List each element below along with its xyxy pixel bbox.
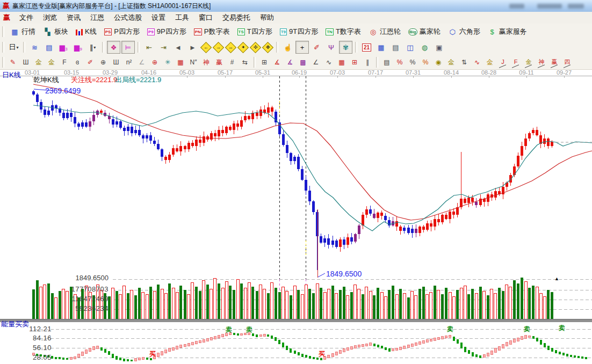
red-wave-button[interactable]: ∿ (471, 56, 483, 68)
expand-all-button[interactable]: ✣ (250, 42, 261, 53)
shift-right-button[interactable]: → (213, 42, 223, 53)
9t-square-button[interactable]: T99T四方形 (276, 25, 322, 38)
crosshair-tool-button[interactable]: + (295, 41, 309, 54)
gold-strike-button[interactable]: 金 (484, 56, 496, 68)
gann-wheel-button[interactable]: ◎江恩轮 (365, 25, 405, 38)
last-page-button[interactable]: ⇥ (157, 41, 170, 54)
n-square-button[interactable]: n² (123, 56, 135, 68)
9p-square-button[interactable]: P99P四方形 (143, 25, 190, 38)
volume-profile-button[interactable]: ⊨ (121, 41, 135, 54)
buy-signal-label: 买 (149, 350, 156, 359)
gann-tool-button[interactable]: Ψ (324, 41, 338, 54)
menu-资讯[interactable]: 资讯 (62, 12, 85, 24)
bars-9-button[interactable]: ▆₉ (71, 41, 85, 54)
purple-grid-button[interactable]: ▩ (297, 56, 309, 68)
draw-pencil-button[interactable]: ✎ (7, 56, 19, 68)
teal-star-grid-button[interactable]: ✳ (162, 56, 174, 68)
gann-circle-button[interactable]: ⊕ (97, 56, 109, 68)
sectors-button[interactable]: ▚板块 (39, 25, 72, 38)
updown-pencil-button[interactable]: ⇅ (458, 56, 470, 68)
menu-工具[interactable]: 工具 (170, 12, 194, 24)
report-button[interactable]: ▤ (389, 41, 402, 54)
win-angle-button[interactable]: 赢 (548, 56, 560, 68)
percent-line-button[interactable]: % (420, 56, 431, 68)
next-page-button[interactable]: ► (186, 41, 199, 54)
gold-angle-button[interactable]: 金 (523, 56, 535, 68)
p-number-table-button[interactable]: PNP数字表 (190, 25, 234, 38)
red-grid-2-button[interactable]: ▦ (336, 56, 348, 68)
hexagon-button[interactable]: ⬡六角形 (444, 25, 484, 38)
f-comb-button[interactable]: F (59, 56, 70, 68)
menu-帮助[interactable]: 帮助 (255, 12, 279, 24)
gold-circle-button[interactable]: ◉ (432, 56, 444, 68)
toolbar-separator (376, 57, 378, 68)
parallel-lines-button[interactable]: ∥ (362, 56, 373, 68)
pencil-ruler-button[interactable]: ✐ (84, 56, 96, 68)
percent-red-button[interactable]: % (394, 56, 406, 68)
hand-tool-button[interactable]: ☝ (281, 41, 294, 54)
prev-page-button[interactable]: ◄ (171, 41, 185, 54)
calendar-button[interactable]: 21 (360, 41, 373, 54)
winner-wheel-button[interactable]: Big赢家轮 (405, 25, 444, 38)
menu-公式选股[interactable]: 公式选股 (109, 12, 147, 24)
gold-comb-2-button[interactable]: 金 (46, 56, 57, 68)
t-number-table-button[interactable]: TNT数字表 (322, 25, 365, 38)
winner-service-button[interactable]: $赢家服务 (484, 25, 531, 38)
purple-fan-button[interactable]: ∡ (284, 56, 296, 68)
menu-logo-icon: 赢 (3, 13, 10, 23)
menu-交易委托[interactable]: 交易委托 (218, 12, 255, 24)
web-button[interactable]: ◍ (418, 41, 431, 54)
gold-comb-1-button[interactable]: 金 (33, 56, 45, 68)
candle-style-button[interactable]: ∥▾ (86, 41, 99, 54)
f-angle-button[interactable]: F (510, 56, 522, 68)
time-comb-button[interactable]: Ш (110, 56, 122, 68)
win-box-button[interactable]: 赢 (213, 56, 225, 68)
zigzag-button[interactable]: ∿ (323, 56, 335, 68)
shen-angle-button[interactable]: 神 (536, 56, 547, 68)
shift-left-button[interactable]: ← (201, 42, 211, 53)
quotes-button[interactable]: ▦行情 (6, 25, 39, 38)
comb-button[interactable]: Ш (20, 56, 32, 68)
angle-measure-button[interactable]: ✐ (310, 41, 323, 54)
compress-x-button[interactable]: ✦ (238, 42, 248, 53)
j-angle-button[interactable]: J (497, 56, 509, 68)
angle-fan-button[interactable]: ∠ (136, 56, 148, 68)
smart-tool-button[interactable]: ✾ (339, 41, 352, 54)
t-number-table-icon: TN (326, 28, 334, 35)
p-square-button[interactable]: PSP四方形 (100, 25, 143, 38)
n-mark-button[interactable]: Ν″ (187, 56, 199, 68)
menu-文件[interactable]: 文件 (15, 12, 38, 24)
save-button[interactable]: ◫ (403, 41, 417, 54)
angle-pencil-button[interactable]: ∠ (310, 56, 322, 68)
t-square-button[interactable]: TST四方形 (234, 25, 276, 38)
fit-all-button[interactable]: ✥ (263, 42, 273, 53)
percent-button[interactable]: % (407, 56, 418, 68)
first-page-button[interactable]: ⇤ (142, 41, 156, 54)
palette-button[interactable]: ❖ (107, 41, 120, 54)
trend-wave-button[interactable]: ≋ (28, 41, 41, 54)
four-angle-button[interactable]: 四 (561, 56, 573, 68)
menu-浏览[interactable]: 浏览 (38, 12, 62, 24)
shen-comb-button[interactable]: 神 (200, 56, 212, 68)
span-arrows-button[interactable]: ⇆ (239, 56, 251, 68)
calculator-button[interactable]: ▦ (374, 41, 388, 54)
expand-x-button[interactable]: ↔ (226, 42, 236, 53)
red-fan-button[interactable]: ∡ (271, 56, 283, 68)
period-dropdown-button[interactable]: 日▾ (7, 41, 20, 54)
sectors-label: 板块 (54, 27, 68, 37)
window-box-button[interactable]: ⊞ (258, 56, 270, 68)
red-grid-box-button[interactable]: ▦ (175, 56, 186, 68)
kline-button[interactable]: K线 (72, 25, 100, 38)
red-grid-3-button[interactable]: ⊞ (349, 56, 360, 68)
red-target-button[interactable]: ⊕ (149, 56, 161, 68)
print-button[interactable]: ▣ (432, 41, 446, 54)
menu-设置[interactable]: 设置 (147, 12, 170, 24)
menu-江恩[interactable]: 江恩 (85, 12, 109, 24)
info-note-button[interactable]: ▤ (42, 41, 56, 54)
grid-123-button[interactable]: # (226, 56, 238, 68)
bars-3-button[interactable]: ▆₃ (57, 41, 70, 54)
price-ladder-button[interactable]: ▤ (381, 56, 393, 68)
spiral-button[interactable]: ɞ (71, 56, 83, 68)
gold-lines-button[interactable]: 金 (445, 56, 457, 68)
menu-窗口[interactable]: 窗口 (194, 12, 218, 24)
